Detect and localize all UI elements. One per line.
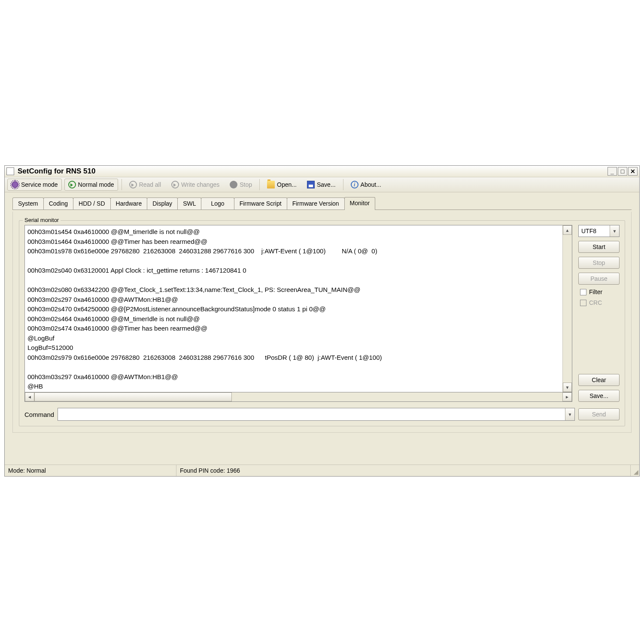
scroll-down-button[interactable]: ▼ <box>563 383 572 392</box>
read-all-icon <box>129 181 137 188</box>
tab-firmware-version[interactable]: Firmware Version <box>287 197 345 210</box>
service-mode-button[interactable]: Service mode <box>7 179 62 191</box>
titlebar: SetConfig for RNS 510 _ □ ✕ <box>5 166 639 177</box>
write-changes-button[interactable]: Write changes <box>167 179 223 191</box>
stop-icon <box>230 181 237 188</box>
toolbar-separator <box>343 179 343 190</box>
read-all-button[interactable]: Read all <box>125 179 165 191</box>
horizontal-scrollbar[interactable]: ◄ ► <box>24 392 572 402</box>
write-changes-icon <box>171 181 179 188</box>
command-label: Command <box>24 411 54 418</box>
tab-display[interactable]: Display <box>147 197 178 210</box>
tab-hdd-sd[interactable]: HDD / SD <box>73 197 110 210</box>
maximize-button[interactable]: □ <box>618 167 627 176</box>
save-label: Save... <box>317 181 336 188</box>
tab-strip: System Coding HDD / SD Hardware Display … <box>5 192 639 210</box>
start-button[interactable]: Start <box>578 241 620 253</box>
info-icon: i <box>351 181 358 188</box>
stop-button[interactable]: Stop <box>226 179 256 191</box>
tab-coding[interactable]: Coding <box>43 197 73 210</box>
chevron-down-icon: ▼ <box>565 408 574 420</box>
open-label: Open... <box>277 181 297 188</box>
close-button[interactable]: ✕ <box>628 167 638 176</box>
folder-open-icon <box>267 181 275 188</box>
vertical-scrollbar[interactable]: ▲ ▼ <box>562 225 572 392</box>
stop-monitor-button[interactable]: Stop <box>578 257 620 269</box>
tab-swl[interactable]: SWL <box>177 197 201 210</box>
save-button[interactable]: Save... <box>303 179 340 191</box>
normal-mode-button[interactable]: Normal mode <box>64 179 118 191</box>
crc-checkbox[interactable]: CRC <box>578 299 620 306</box>
scroll-thumb[interactable] <box>34 392 232 401</box>
scroll-right-button[interactable]: ► <box>562 392 572 401</box>
about-button[interactable]: i About... <box>347 179 385 191</box>
play-green-icon <box>68 181 76 188</box>
save-icon <box>307 181 315 188</box>
filter-checkbox[interactable]: Filter <box>578 289 620 295</box>
tab-system[interactable]: System <box>12 197 44 210</box>
scroll-track[interactable] <box>563 235 572 383</box>
filter-label: Filter <box>589 289 602 295</box>
tab-logo[interactable]: Logo <box>201 197 234 210</box>
stop-label: Stop <box>240 181 252 188</box>
resize-grip-icon[interactable]: ◢ <box>631 465 639 476</box>
toolbar: Service mode Normal mode Read all Write … <box>5 177 639 192</box>
read-all-label: Read all <box>139 181 161 188</box>
status-mode: Mode: Normal <box>5 465 176 476</box>
tab-firmware-script[interactable]: Firmware Script <box>234 197 287 210</box>
encoding-select[interactable]: UTF8 ▼ <box>578 225 620 237</box>
tab-hardware[interactable]: Hardware <box>110 197 148 210</box>
command-field[interactable] <box>58 408 565 420</box>
gear-icon <box>11 181 19 188</box>
checkbox-icon <box>580 300 586 306</box>
main-window: SetConfig for RNS 510 _ □ ✕ Service mode… <box>4 165 640 477</box>
crc-label: CRC <box>589 299 602 306</box>
group-title: Serial monitor <box>23 217 61 223</box>
minimize-button[interactable]: _ <box>608 167 617 176</box>
chevron-down-icon: ▼ <box>610 225 619 237</box>
scroll-up-button[interactable]: ▲ <box>563 225 572 235</box>
toolbar-separator <box>259 179 260 190</box>
tab-panel: Serial monitor 00h03m01s454 0xa4610000 @… <box>12 212 632 433</box>
command-input[interactable]: ▼ <box>58 408 575 421</box>
checkbox-icon <box>580 289 586 295</box>
log-text: 00h03m01s454 0xa4610000 @@M_timerIdle is… <box>25 225 562 392</box>
about-label: About... <box>361 181 381 188</box>
pause-button[interactable]: Pause <box>578 273 620 285</box>
window-title: SetConfig for RNS 510 <box>18 167 608 176</box>
toolbar-separator <box>122 179 122 190</box>
service-mode-label: Service mode <box>21 181 58 188</box>
clear-button[interactable]: Clear <box>578 374 620 386</box>
serial-monitor-group: Serial monitor 00h03m01s454 0xa4610000 @… <box>19 220 625 426</box>
status-pin: Found PIN code: 1966 <box>176 465 631 476</box>
write-changes-label: Write changes <box>181 181 219 188</box>
encoding-value: UTF8 <box>579 228 610 234</box>
send-button[interactable]: Send <box>578 408 620 420</box>
app-icon <box>6 167 14 175</box>
monitor-controls: UTF8 ▼ Start Stop Pause Filter CRC <box>578 225 620 402</box>
scroll-track[interactable] <box>232 392 562 401</box>
status-bar: Mode: Normal Found PIN code: 1966 ◢ <box>5 465 639 476</box>
tab-monitor[interactable]: Monitor <box>344 197 376 210</box>
scroll-left-button[interactable]: ◄ <box>25 392 34 401</box>
save-log-button[interactable]: Save... <box>578 390 620 402</box>
open-button[interactable]: Open... <box>263 179 301 191</box>
log-output[interactable]: 00h03m01s454 0xa4610000 @@M_timerIdle is… <box>24 225 572 392</box>
normal-mode-label: Normal mode <box>78 181 114 188</box>
